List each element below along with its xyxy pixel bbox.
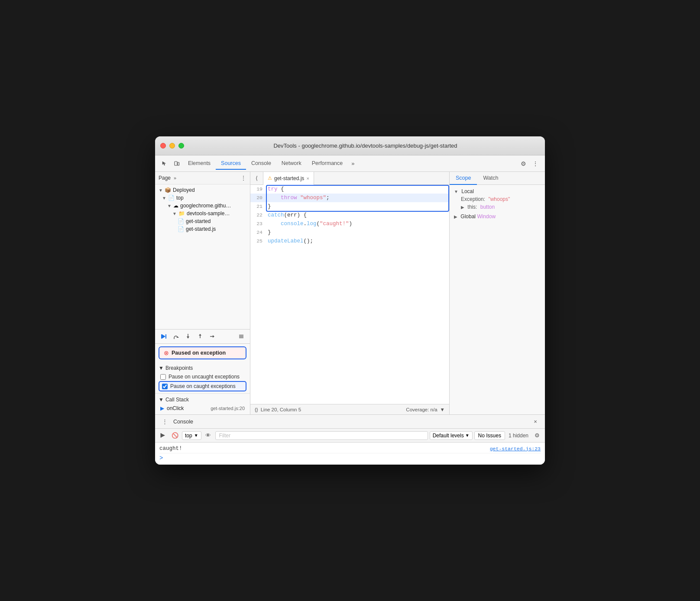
console-context-dropdown[interactable]: top ▼ — [182, 431, 201, 440]
step-into-btn[interactable] — [183, 331, 193, 342]
line-num-20: 20 — [250, 194, 266, 202]
source-tab-active[interactable]: ⚠ get-started.js × — [263, 172, 314, 185]
settings-icon[interactable]: ⚙ — [517, 158, 529, 170]
pause-caught-label: Pause on caught exceptions — [170, 383, 236, 389]
sidebar-page-header: Page » ⋮ — [155, 172, 250, 184]
file-warn-icon: ⚠ — [268, 175, 272, 181]
paused-text: Paused on exception — [172, 350, 226, 356]
global-label: Global — [460, 213, 476, 220]
more-tabs-icon[interactable]: » — [348, 160, 358, 167]
log-loc-caught[interactable]: get-started.js:23 — [490, 446, 541, 452]
callstack-item-onclick[interactable]: ▶ onClick get-started.js:20 — [159, 404, 246, 413]
tab-console[interactable]: Console — [246, 158, 276, 170]
svg-marker-2 — [162, 334, 165, 339]
source-tabs: ⟨ ⚠ get-started.js × — [250, 172, 449, 185]
svg-rect-0 — [175, 162, 177, 165]
tab-scope[interactable]: Scope — [450, 172, 477, 185]
source-tab-label: get-started.js — [274, 175, 304, 181]
right-tabs: Scope Watch — [450, 172, 545, 185]
pause-caught-checkbox[interactable] — [162, 384, 168, 389]
svg-rect-4 — [165, 334, 166, 339]
position-label: Line 20, Column 5 — [261, 407, 301, 412]
console-levels-dropdown[interactable]: Default levels ▼ — [430, 431, 473, 440]
line-num-19: 19 — [250, 185, 266, 194]
console-area: ⋮ Console × 🚫 top ▼ 👁 Filter Default lev… — [155, 414, 545, 465]
console-prompt[interactable]: > — [159, 453, 541, 463]
console-filter-input[interactable]: Filter — [215, 431, 428, 440]
breakpoints-arrow: ▼ — [159, 365, 164, 371]
global-arrow: ▶ — [454, 214, 457, 219]
titlebar: DevTools - googlechrome.github.io/devtoo… — [155, 136, 545, 155]
code-line-19: 19 try { — [250, 185, 449, 194]
code-line-23: 23 console.log("caught!") — [250, 220, 449, 228]
tab-sources[interactable]: Sources — [216, 158, 246, 170]
format-icon[interactable]: {} — [255, 407, 258, 412]
svg-marker-12 — [213, 335, 214, 338]
go-back-btn[interactable]: ⟨ — [250, 172, 263, 185]
pause-uncaught-checkbox[interactable] — [160, 374, 166, 380]
pause-uncaught-row: Pause on uncaught exceptions — [159, 372, 246, 381]
local-arrow: ▼ — [454, 189, 458, 194]
step-out-btn[interactable] — [195, 331, 205, 342]
debugger-section: ⊗ Paused on exception ▼ Breakpoints Paus… — [155, 329, 250, 414]
code-line-21: 21 } — [250, 202, 449, 211]
coverage-dropdown-icon[interactable]: ▼ — [440, 407, 445, 412]
tree-arrow-devtools: ▼ — [172, 211, 177, 216]
tree-item-get-started[interactable]: 📄 get-started — [155, 217, 250, 225]
code-line-22: 22 catch(err) { — [250, 211, 449, 220]
tree-arrow-top: ▼ — [162, 196, 166, 200]
file-tree: ▼ 📦 Deployed ▼ 📄 top ▼ ☁ googlechrome.gi… — [155, 184, 250, 329]
log-text-caught: caught! — [159, 446, 182, 452]
minimize-button[interactable] — [169, 143, 175, 149]
callstack-header[interactable]: ▼ Call Stack — [159, 395, 246, 404]
deactivate-breakpoints-btn[interactable] — [236, 331, 246, 342]
console-run-icon[interactable] — [158, 430, 168, 441]
console-block-icon[interactable]: 🚫 — [170, 430, 180, 441]
tree-item-deployed[interactable]: ▼ 📦 Deployed — [155, 186, 250, 194]
inspect-icon[interactable] — [159, 158, 171, 170]
line-code-19: try { — [266, 185, 284, 194]
breakpoints-header[interactable]: ▼ Breakpoints — [159, 364, 246, 372]
console-settings-icon[interactable]: ⚙ — [532, 430, 542, 441]
console-no-issues-btn[interactable]: No Issues — [474, 431, 505, 440]
step-btn[interactable] — [207, 331, 217, 342]
exception-key: Exception: — [461, 196, 485, 202]
tab-network[interactable]: Network — [276, 158, 307, 170]
tree-arrow-googlechrome: ▼ — [167, 204, 172, 208]
tab-watch[interactable]: Watch — [477, 172, 504, 185]
sidebar-more-btn[interactable]: » — [171, 174, 179, 182]
code-line-24: 24 } — [250, 228, 449, 237]
tree-item-get-started-js[interactable]: 📄 get-started.js — [155, 225, 250, 233]
global-value: Window — [477, 213, 496, 220]
resume-btn[interactable] — [159, 331, 169, 342]
console-close-btn[interactable]: × — [530, 417, 541, 427]
pause-uncaught-label: Pause on uncaught exceptions — [169, 374, 240, 380]
this-key: this: — [467, 204, 477, 210]
maximize-button[interactable] — [178, 143, 184, 149]
tree-item-devtools-samples[interactable]: ▼ 📁 devtools-sample… — [155, 210, 250, 217]
status-bar: {} Line 20, Column 5 Coverage: n/a ▼ — [250, 404, 449, 414]
console-title: Console — [173, 419, 527, 425]
source-tab-close-icon[interactable]: × — [306, 176, 309, 181]
traffic-lights — [160, 143, 184, 149]
tree-item-googlechrome[interactable]: ▼ ☁ googlechrome.githu… — [155, 202, 250, 210]
scope-this-item[interactable]: ▶ this: button — [454, 203, 541, 211]
console-content: caught! get-started.js:23 > — [155, 443, 545, 465]
tree-item-top[interactable]: ▼ 📄 top — [155, 194, 250, 202]
sidebar-three-dot[interactable]: ⋮ — [240, 174, 246, 181]
console-eye-icon[interactable]: 👁 — [203, 430, 214, 441]
line-num-24: 24 — [250, 228, 266, 237]
more-options-icon[interactable]: ⋮ — [529, 158, 541, 170]
scope-local-header[interactable]: ▼ Local — [454, 187, 541, 195]
scope-global-header[interactable]: ▶ Global Window — [454, 213, 541, 220]
svg-rect-3 — [161, 334, 162, 339]
tab-elements[interactable]: Elements — [183, 158, 216, 170]
close-button[interactable] — [160, 143, 166, 149]
tab-performance[interactable]: Performance — [307, 158, 348, 170]
step-over-btn[interactable] — [171, 331, 181, 342]
line-code-23: console.log("caught!") — [266, 220, 352, 228]
console-menu-icon[interactable]: ⋮ — [159, 417, 170, 427]
device-icon[interactable] — [171, 158, 183, 170]
line-num-21: 21 — [250, 202, 266, 211]
paused-on-exception-banner[interactable]: ⊗ Paused on exception — [159, 346, 246, 359]
